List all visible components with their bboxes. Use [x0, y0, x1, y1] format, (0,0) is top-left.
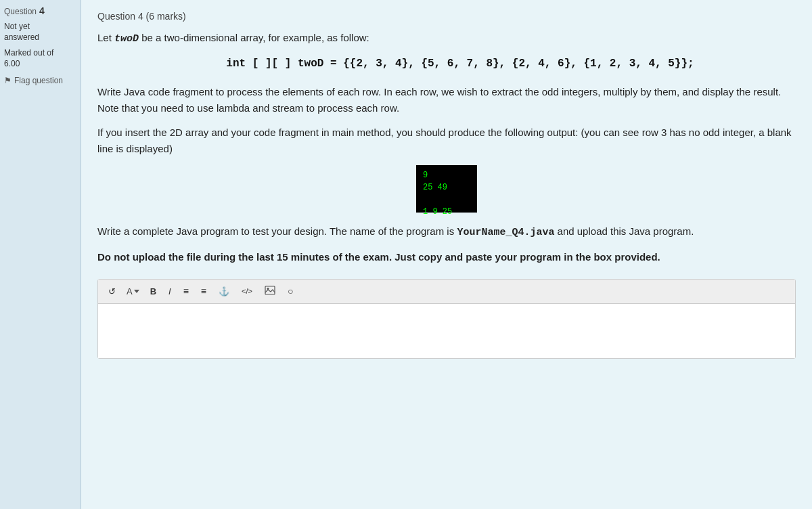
editor-toolbar: ↺ A B I ≡ ≡ ⚓ </> [98, 280, 795, 304]
question-body: Let twoD be a two-dimensional array, for… [97, 30, 796, 265]
terminal-line-2: 25 49 [423, 181, 470, 194]
question-label: Question [4, 7, 37, 16]
media-button[interactable]: ○ [283, 284, 298, 298]
main-content: Question 4 (6 marks) Let twoD be a two-d… [81, 0, 812, 509]
terminal-line-4: 1 9 25 [423, 206, 470, 218]
intro-paragraph: Let twoD be a two-dimensional array, for… [97, 30, 796, 47]
warning-paragraph: Do not upload the file during the last 1… [97, 249, 796, 265]
twod-keyword: twoD [114, 33, 139, 45]
para3: Write a complete Java program to test yo… [97, 223, 796, 241]
code-button[interactable]: </> [237, 285, 257, 297]
program-name: YourName_Q4.java [457, 227, 554, 238]
link-button[interactable]: ⚓ [214, 284, 234, 298]
image-button[interactable] [260, 284, 280, 299]
font-dropdown-arrow [134, 290, 139, 293]
flag-icon: ⚑ [4, 76, 12, 85]
ordered-list-button[interactable]: ≡ [179, 284, 194, 298]
font-dropdown[interactable]: A [123, 284, 143, 298]
undo-button[interactable]: ↺ [104, 284, 120, 298]
para1: Write Java code fragment to process the … [97, 84, 796, 116]
question-number: 4 [39, 5, 45, 16]
flag-question-label: Flag question [14, 76, 63, 85]
intro-rest: be a two-dimensional array, for example,… [139, 32, 369, 43]
marked-out-of: Marked out of6.00 [4, 48, 76, 69]
question-title: Question 4 (6 marks) [97, 11, 796, 22]
italic-button[interactable]: I [164, 284, 176, 298]
image-icon [265, 286, 275, 295]
answer-editor: ↺ A B I ≡ ≡ ⚓ </> [97, 279, 796, 359]
terminal-output: 9 25 49 1 9 25 [416, 165, 477, 213]
answer-text-area[interactable] [98, 304, 795, 358]
intro-text: Let [97, 32, 114, 43]
bold-button[interactable]: B [145, 284, 161, 298]
flag-question-link[interactable]: ⚑ Flag question [4, 76, 76, 85]
unordered-list-button[interactable]: ≡ [196, 284, 211, 298]
terminal-line-3 [423, 194, 470, 206]
para3-end: and upload this Java program. [554, 225, 694, 237]
question-label-row: Question 4 [4, 5, 76, 18]
sidebar: Question 4 Not yetanswered Marked out of… [0, 0, 81, 509]
code-example: int [ ][ ] twoD = {{2, 3, 4}, {5, 6, 7, … [125, 56, 796, 73]
para3-start: Write a complete Java program to test yo… [97, 225, 457, 237]
question-status: Not yetanswered [4, 22, 76, 43]
terminal-line-1: 9 [423, 169, 470, 181]
font-label: A [127, 286, 133, 296]
para2: If you insert the 2D array and your code… [97, 125, 796, 157]
